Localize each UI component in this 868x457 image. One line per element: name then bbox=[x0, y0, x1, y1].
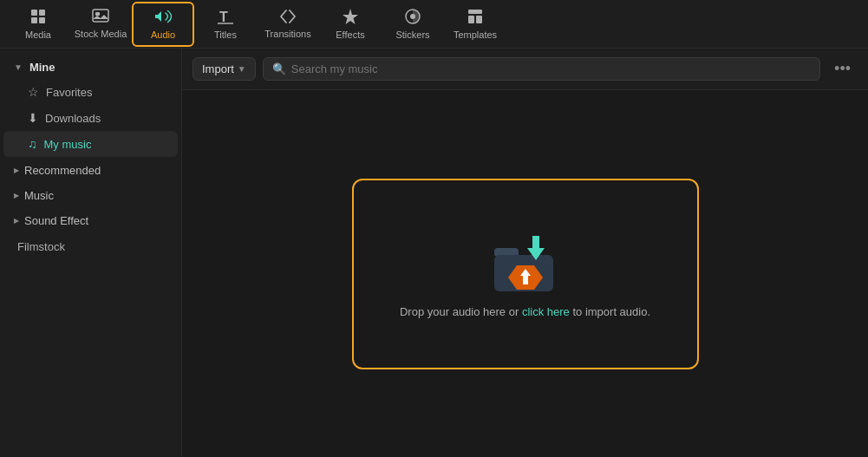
sidebar-section-mine: ▼ Mine ☆ Favorites ⬇ Downloads ♫ My musi… bbox=[0, 55, 181, 157]
top-nav: Media Stock Media Audio T bbox=[0, 0, 868, 49]
drop-zone-click-link[interactable]: click here bbox=[522, 305, 570, 318]
nav-label-stickers: Stickers bbox=[395, 29, 429, 40]
nav-item-audio[interactable]: Audio bbox=[132, 2, 194, 47]
sidebar: ▼ Mine ☆ Favorites ⬇ Downloads ♫ My musi… bbox=[0, 49, 182, 457]
mine-chevron-icon: ▼ bbox=[14, 62, 23, 72]
drop-zone[interactable]: Drop your audio here or click here to im… bbox=[352, 179, 699, 369]
favorites-icon: ☆ bbox=[28, 85, 39, 99]
sidebar-section-filmstock: Filmstock bbox=[0, 234, 181, 259]
svg-rect-10 bbox=[468, 10, 482, 14]
sidebar-sound-effect-label: Sound Effect bbox=[24, 214, 88, 227]
sidebar-item-filmstock[interactable]: Filmstock bbox=[3, 234, 178, 259]
sidebar-mine-header[interactable]: ▼ Mine bbox=[3, 55, 178, 79]
nav-item-media[interactable]: Media bbox=[7, 2, 69, 47]
stock-media-icon bbox=[92, 9, 109, 27]
transitions-icon bbox=[278, 9, 297, 27]
sidebar-section-recommended: ▶ Recommended bbox=[0, 159, 181, 182]
content-area: Import ▼ 🔍 ••• bbox=[182, 49, 868, 457]
content-toolbar: Import ▼ 🔍 ••• bbox=[182, 49, 868, 90]
nav-label-transitions: Transitions bbox=[264, 29, 310, 39]
svg-rect-11 bbox=[468, 16, 474, 23]
sidebar-recommended-label: Recommended bbox=[24, 164, 101, 177]
sidebar-music-header[interactable]: ▶ Music bbox=[3, 184, 178, 207]
svg-rect-5 bbox=[95, 12, 100, 16]
search-icon: 🔍 bbox=[272, 62, 286, 75]
search-input[interactable] bbox=[291, 62, 811, 75]
nav-item-transitions[interactable]: Transitions bbox=[257, 2, 319, 47]
drop-text-after: to import audio. bbox=[570, 305, 650, 318]
drop-text-before: Drop your audio here or bbox=[400, 305, 522, 318]
my-music-icon: ♫ bbox=[28, 137, 37, 151]
import-chevron-icon: ▼ bbox=[238, 64, 246, 74]
folder-icon bbox=[491, 229, 560, 291]
downloads-icon: ⬇ bbox=[28, 111, 38, 125]
sidebar-item-downloads[interactable]: ⬇ Downloads bbox=[3, 105, 178, 131]
stickers-icon bbox=[404, 8, 421, 28]
svg-rect-3 bbox=[39, 17, 45, 23]
svg-point-9 bbox=[410, 14, 415, 19]
svg-rect-4 bbox=[93, 10, 108, 22]
svg-rect-0 bbox=[31, 10, 37, 16]
nav-item-stickers[interactable]: Stickers bbox=[382, 2, 444, 47]
nav-label-audio: Audio bbox=[151, 29, 175, 40]
media-icon bbox=[29, 8, 47, 28]
nav-item-stock-media[interactable]: Stock Media bbox=[69, 2, 132, 47]
nav-label-titles: Titles bbox=[214, 29, 237, 40]
svg-text:T: T bbox=[219, 10, 228, 24]
sidebar-item-favorites[interactable]: ☆ Favorites bbox=[3, 79, 178, 105]
sidebar-mine-label: Mine bbox=[29, 61, 55, 74]
svg-rect-12 bbox=[476, 16, 482, 23]
recommended-chevron-icon: ▶ bbox=[14, 166, 19, 174]
effects-icon bbox=[342, 8, 359, 28]
main-area: ▼ Mine ☆ Favorites ⬇ Downloads ♫ My musi… bbox=[0, 49, 868, 457]
audio-icon bbox=[154, 8, 172, 28]
nav-label-effects: Effects bbox=[336, 29, 364, 40]
sidebar-downloads-label: Downloads bbox=[45, 112, 101, 125]
sound-effect-chevron-icon: ▶ bbox=[14, 217, 19, 225]
svg-rect-1 bbox=[39, 10, 45, 16]
nav-item-effects[interactable]: Effects bbox=[319, 2, 382, 47]
sidebar-favorites-label: Favorites bbox=[46, 86, 92, 99]
import-button[interactable]: Import ▼ bbox=[193, 57, 256, 81]
nav-label-templates: Templates bbox=[454, 29, 497, 40]
sidebar-section-music: ▶ Music bbox=[0, 184, 181, 207]
import-label: Import bbox=[202, 62, 234, 75]
nav-item-titles[interactable]: T Titles bbox=[194, 2, 257, 47]
sidebar-recommended-header[interactable]: ▶ Recommended bbox=[3, 159, 178, 182]
nav-item-templates[interactable]: Templates bbox=[444, 2, 506, 47]
sidebar-filmstock-label: Filmstock bbox=[17, 240, 65, 253]
drop-zone-text: Drop your audio here or click here to im… bbox=[400, 305, 650, 318]
sidebar-sound-effect-header[interactable]: ▶ Sound Effect bbox=[3, 209, 178, 232]
sidebar-section-sound-effect: ▶ Sound Effect bbox=[0, 209, 181, 232]
svg-rect-2 bbox=[31, 17, 37, 23]
more-options-button[interactable]: ••• bbox=[827, 56, 858, 82]
folder-svg bbox=[491, 229, 560, 298]
sidebar-music-label: Music bbox=[24, 189, 54, 202]
titles-icon: T bbox=[217, 8, 234, 28]
nav-label-media: Media bbox=[25, 29, 51, 40]
templates-icon bbox=[467, 8, 484, 28]
nav-label-stock-media: Stock Media bbox=[75, 29, 127, 39]
content-body: Drop your audio here or click here to im… bbox=[182, 90, 868, 457]
music-chevron-icon: ▶ bbox=[14, 192, 19, 199]
sidebar-item-my-music[interactable]: ♫ My music bbox=[3, 131, 178, 157]
search-box: 🔍 bbox=[263, 57, 820, 81]
sidebar-my-music-label: My music bbox=[44, 138, 92, 151]
